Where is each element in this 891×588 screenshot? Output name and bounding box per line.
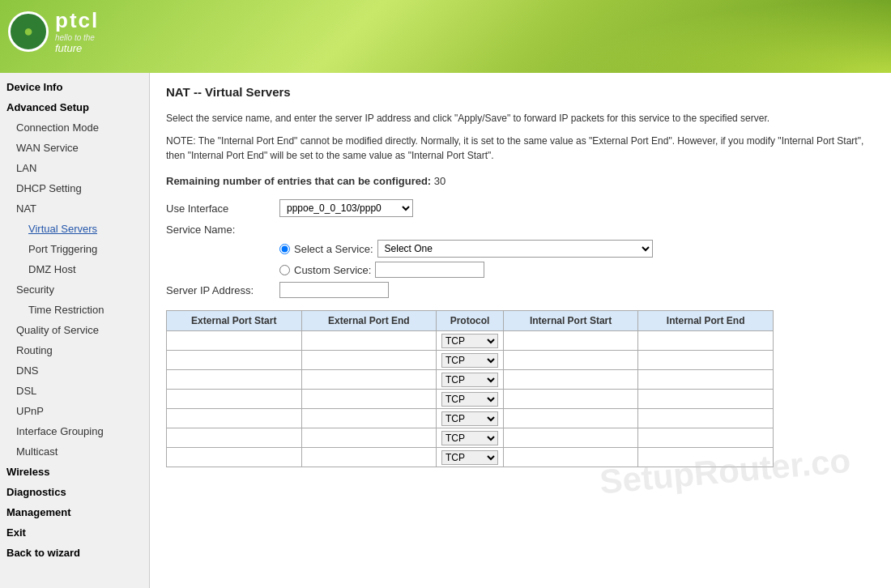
ext-port-end-input[interactable] (305, 355, 433, 366)
use-interface-select[interactable]: pppoe_0_0_103/ppp0 (279, 199, 413, 217)
select-service-label: Select a Service: (294, 243, 373, 255)
protocol-select[interactable]: TCP UDP TCP/UDP (441, 334, 498, 348)
ext-port-end-input[interactable] (305, 413, 433, 424)
sidebar-item-security[interactable]: Security (0, 279, 149, 300)
logo-future: future (55, 42, 99, 54)
ext-port-end-cell (301, 428, 437, 448)
service-name-label: Service Name: (166, 224, 279, 236)
int-port-start-cell (503, 351, 638, 370)
int-port-end-input[interactable] (642, 355, 770, 366)
sidebar-item-nat[interactable]: NAT (0, 198, 149, 219)
custom-service-radio[interactable] (279, 265, 290, 275)
ext-port-end-input[interactable] (305, 452, 433, 463)
sidebar-item-quality-of-service[interactable]: Quality of Service (0, 320, 149, 340)
int-port-start-input[interactable] (507, 413, 635, 424)
sidebar-item-management[interactable]: Management (0, 502, 149, 522)
sidebar-item-multicast[interactable]: Multicast (0, 441, 149, 462)
sidebar-item-exit[interactable]: Exit (0, 522, 149, 543)
int-port-end-cell (638, 390, 774, 409)
ext-port-end-cell (301, 409, 437, 428)
sidebar-item-wan-service[interactable]: WAN Service (0, 138, 149, 158)
sidebar-item-dsl[interactable]: DSL (0, 381, 149, 401)
ext-port-end-input[interactable] (305, 394, 433, 405)
sidebar-item-port-triggering[interactable]: Port Triggering (0, 239, 149, 259)
sidebar-item-virtual-servers[interactable]: Virtual Servers (0, 219, 149, 239)
table-row: TCP UDP TCP/UDP (167, 370, 774, 390)
int-port-start-input[interactable] (507, 394, 635, 405)
sidebar-item-back-to-wizard[interactable]: Back to wizard (0, 543, 149, 563)
ext-port-end-cell (301, 331, 437, 351)
sidebar-item-dmz-host[interactable]: DMZ Host (0, 259, 149, 279)
table-row: TCP UDP TCP/UDP (167, 390, 774, 409)
protocol-select[interactable]: TCP UDP TCP/UDP (441, 450, 498, 465)
int-port-start-input[interactable] (507, 452, 635, 463)
sidebar-item-dhcp-setting[interactable]: DHCP Setting (0, 178, 149, 198)
select-service-radio[interactable] (279, 244, 290, 254)
ext-port-start-input[interactable] (170, 374, 298, 386)
ext-port-start-cell (167, 428, 302, 448)
sidebar-item-lan[interactable]: LAN (0, 158, 149, 178)
protocol-cell: TCP UDP TCP/UDP (437, 390, 504, 409)
int-port-end-input[interactable] (642, 432, 770, 444)
sidebar-item-time-restriction[interactable]: Time Restriction (0, 300, 149, 320)
sidebar-item-upnp[interactable]: UPnP (0, 401, 149, 421)
int-port-end-input[interactable] (642, 374, 770, 386)
main-content: NAT -- Virtual Servers Select the servic… (150, 73, 891, 588)
ext-port-end-input[interactable] (305, 432, 433, 444)
protocol-cell: TCP UDP TCP/UDP (437, 370, 504, 390)
int-port-end-input[interactable] (642, 335, 770, 347)
description: Select the service name, and enter the s… (166, 111, 875, 126)
protocol-cell: TCP UDP TCP/UDP (437, 428, 504, 448)
layout: Device Info Advanced Setup Connection Mo… (0, 73, 891, 588)
ext-port-start-input[interactable] (170, 335, 298, 347)
protocol-select[interactable]: TCP UDP TCP/UDP (441, 373, 498, 387)
ext-port-start-input[interactable] (170, 413, 298, 424)
ext-port-end-cell (301, 351, 437, 370)
server-ip-label: Server IP Address: (166, 284, 279, 296)
ext-port-start-input[interactable] (170, 452, 298, 463)
int-port-end-input[interactable] (642, 413, 770, 424)
custom-service-input[interactable] (375, 262, 484, 278)
protocol-select[interactable]: TCP UDP TCP/UDP (441, 431, 498, 445)
ext-port-end-input[interactable] (305, 335, 433, 347)
sidebar-item-interface-grouping[interactable]: Interface Grouping (0, 421, 149, 441)
sidebar-item-dns[interactable]: DNS (0, 360, 149, 381)
col-int-port-end: Internal Port End (638, 311, 774, 331)
int-port-start-cell (503, 331, 638, 351)
select-service-dropdown[interactable]: Select One (377, 240, 653, 258)
sidebar-item-wireless[interactable]: Wireless (0, 462, 149, 482)
ext-port-start-cell (167, 390, 302, 409)
int-port-start-input[interactable] (507, 374, 635, 386)
int-port-end-cell (638, 351, 774, 370)
use-interface-label: Use Interface (166, 202, 279, 215)
note: NOTE: The "Internal Port End" cannot be … (166, 134, 875, 163)
int-port-end-input[interactable] (642, 452, 770, 463)
page-title: NAT -- Virtual Servers (166, 85, 875, 99)
ext-port-start-cell (167, 351, 302, 370)
sidebar-item-connection-mode[interactable]: Connection Mode (0, 117, 149, 138)
protocol-select[interactable]: TCP UDP TCP/UDP (441, 392, 498, 407)
ext-port-start-cell (167, 370, 302, 390)
int-port-end-cell (638, 409, 774, 428)
sidebar-item-device-info[interactable]: Device Info (0, 77, 149, 97)
int-port-start-input[interactable] (507, 432, 635, 444)
sidebar-item-diagnostics[interactable]: Diagnostics (0, 482, 149, 502)
int-port-end-input[interactable] (642, 394, 770, 405)
server-ip-input[interactable] (279, 282, 389, 298)
ext-port-end-input[interactable] (305, 374, 433, 386)
ext-port-start-input[interactable] (170, 394, 298, 405)
protocol-select[interactable]: TCP UDP TCP/UDP (441, 353, 498, 368)
int-port-start-input[interactable] (507, 335, 635, 347)
ext-port-start-input[interactable] (170, 355, 298, 366)
int-port-end-cell (638, 428, 774, 448)
sidebar-item-advanced-setup[interactable]: Advanced Setup (0, 97, 149, 117)
protocol-cell: TCP UDP TCP/UDP (437, 351, 504, 370)
ext-port-start-input[interactable] (170, 432, 298, 444)
header: ptcl hello to the future (0, 0, 891, 73)
logo-text: ptcl (55, 8, 99, 33)
port-table: External Port Start External Port End Pr… (166, 310, 774, 467)
int-port-start-input[interactable] (507, 355, 635, 366)
sidebar-item-routing[interactable]: Routing (0, 340, 149, 360)
protocol-select[interactable]: TCP UDP TCP/UDP (441, 411, 498, 426)
int-port-start-cell (503, 370, 638, 390)
